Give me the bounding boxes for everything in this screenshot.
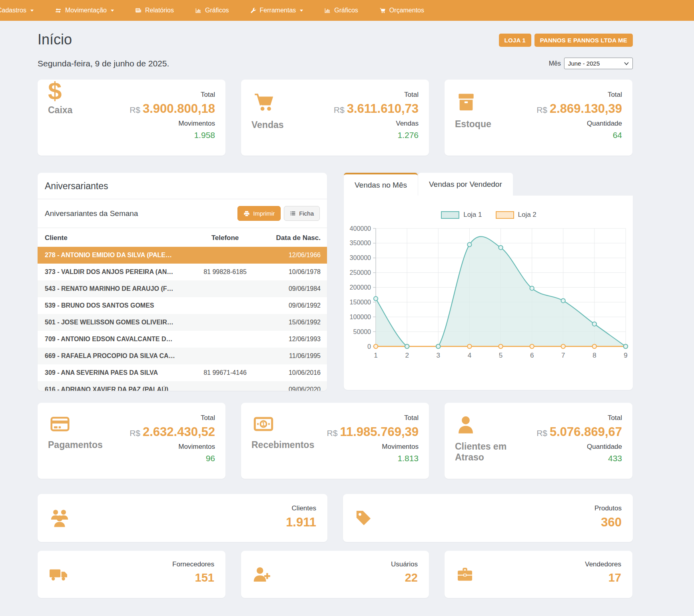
shopping-cart-icon	[251, 91, 276, 114]
nav-ferramentas[interactable]: Ferramentas	[239, 0, 314, 21]
svg-text:50000: 50000	[353, 328, 371, 335]
svg-text:200000: 200000	[350, 284, 371, 291]
legend-label: Loja 2	[518, 211, 536, 219]
table-row[interactable]: 501 - JOSE WELISSON GOMES OLIVEIR…15/06/…	[38, 314, 327, 331]
count-label: Quantidade	[536, 443, 622, 451]
svg-text:0: 0	[367, 343, 371, 350]
nav-cadastros[interactable]: Cadastros	[0, 0, 44, 21]
nav-label: Orçamentos	[389, 7, 424, 14]
svg-text:300000: 300000	[350, 254, 371, 261]
shopping-cart-icon	[379, 7, 386, 14]
summary-value: 151	[172, 571, 214, 584]
table-row[interactable]: 543 - RENATO MARINHO DE ARAUJO (F…09/06/…	[38, 280, 327, 297]
col-telefone: Telefone	[183, 234, 267, 242]
imprimir-button[interactable]: Imprimir	[237, 206, 281, 221]
count-value: 433	[536, 454, 622, 463]
cell-cliente: 543 - RENATO MARINHO DE ARAUJO (F…	[38, 285, 183, 292]
page-title: Início	[38, 31, 72, 48]
currency: R$	[130, 428, 140, 438]
stat-title: Pagamentos	[48, 440, 103, 450]
users-group-icon	[49, 507, 70, 529]
sales-chart-card: Loja 1Loja 2 050000100000150000200000250…	[344, 196, 633, 390]
date-text: Segunda-feira, 9 de junho de 2025.	[38, 59, 169, 68]
nav-relatorios[interactable]: Relatórios	[124, 0, 184, 21]
legend-entry[interactable]: Loja 2	[496, 211, 536, 219]
table-row[interactable]: 278 - ANTONIO EMIDIO DA SILVA (PALE…12/0…	[38, 247, 327, 264]
stat-title: Caixa	[48, 105, 72, 116]
table-row[interactable]: 616 - ADRIANO XAVIER DA PAZ (PALAÚ)09/06…	[38, 381, 327, 391]
printer-icon	[243, 210, 250, 217]
svg-text:7: 7	[561, 352, 565, 359]
month-select[interactable]: June - 2025	[564, 58, 633, 69]
nav-label: Cadastros	[0, 7, 26, 14]
cell-cliente: 278 - ANTONIO EMIDIO DA SILVA (PALE…	[38, 252, 183, 259]
newspaper-icon	[135, 7, 142, 14]
total-label: Total	[536, 91, 622, 99]
briefcase-icon	[456, 565, 474, 584]
panel-subtitle: Aniversariantes da Semana	[45, 209, 138, 218]
col-cliente: Cliente	[38, 234, 183, 242]
caret-down-icon	[300, 10, 303, 12]
cell-data-nasc: 10/06/1978	[267, 268, 327, 276]
stat-title: Vendas	[251, 120, 284, 130]
ficha-label: Ficha	[299, 210, 314, 217]
recebimentos-card: 1 Recebimentos Total R$11.985.769,39 Mov…	[241, 403, 429, 479]
cell-cliente: 709 - ANTONIO EDSON CAVALCANTE D…	[38, 336, 183, 343]
total-value: 11.985.769,39	[340, 425, 419, 439]
svg-text:8: 8	[592, 352, 596, 359]
legend-entry[interactable]: Loja 1	[441, 211, 482, 219]
nav-graficos-2[interactable]: Gráficos	[313, 0, 369, 21]
nav-label: Gráficos	[205, 7, 229, 14]
summary-label: Produtos	[594, 504, 622, 512]
total-label: Total	[130, 414, 215, 422]
store-badge[interactable]: LOJA 1	[499, 34, 531, 47]
summary-label: Clientes	[286, 504, 316, 512]
bar-chart-icon	[195, 7, 202, 14]
table-row[interactable]: 539 - BRUNO DOS SANTOS GOMES09/06/1992	[38, 297, 327, 314]
count-label: Quantidade	[536, 120, 622, 128]
tab-vendas-no-mes[interactable]: Vendas no Mês	[344, 173, 418, 196]
fornecedores-card: Fornecedores 151	[38, 551, 225, 598]
table-header: Cliente Telefone Data de Nasc.	[38, 228, 327, 247]
svg-text:6: 6	[530, 352, 534, 359]
tag-icon	[354, 509, 373, 527]
table-row[interactable]: 309 - ANA SEVERINA PAES DA SILVA81 99671…	[38, 364, 327, 381]
svg-text:150000: 150000	[350, 299, 371, 306]
user-icon	[455, 414, 477, 436]
ficha-button[interactable]: Ficha	[284, 206, 320, 221]
truck-icon	[49, 565, 68, 584]
chart-legend: Loja 1Loja 2	[348, 211, 630, 219]
table-row[interactable]: 373 - VALDIR DOS ANJOS PEREIRA (AN…81 99…	[38, 264, 327, 280]
cell-telefone: 81 99671-4146	[183, 369, 267, 376]
nav-movimentacao[interactable]: Movimentação	[44, 0, 124, 21]
wrench-icon	[250, 7, 257, 14]
stat-title: Clientes em Atraso	[455, 441, 515, 463]
total-label: Total	[334, 91, 419, 99]
cell-telefone: 81 99828-6185	[183, 268, 267, 276]
nav-graficos-1[interactable]: Gráficos	[184, 0, 239, 21]
table-row[interactable]: 709 - ANTONIO EDSON CAVALCANTE D…12/06/1…	[38, 331, 327, 348]
nav-label: Relatórios	[145, 7, 174, 14]
count-value: 1.813	[327, 454, 419, 463]
tab-vendas-por-vendedor[interactable]: Vendas por Vendedor	[418, 173, 513, 196]
panel-title: Aniversariantes	[38, 173, 327, 199]
nav-label: Movimentação	[65, 7, 107, 14]
table-row[interactable]: 669 - RAFAELA PROCOPIO DA SILVA CA…11/06…	[38, 348, 327, 364]
summary-value: 360	[594, 515, 622, 530]
svg-text:400000: 400000	[350, 225, 371, 232]
total-label: Total	[130, 91, 215, 99]
currency: R$	[130, 105, 140, 114]
cell-data-nasc: 10/06/2016	[267, 369, 327, 376]
svg-text:250000: 250000	[350, 269, 371, 276]
svg-text:5: 5	[499, 352, 503, 359]
total-value: 3.611.610,73	[347, 102, 419, 116]
caixa-card: $ Caixa Total R$3.900.800,18 Movimentos …	[38, 80, 225, 156]
svg-text:1: 1	[374, 352, 377, 359]
cell-cliente: 539 - BRUNO DOS SANTOS GOMES	[38, 302, 183, 309]
caret-down-icon	[111, 10, 114, 12]
cell-data-nasc: 12/06/1966	[267, 252, 327, 259]
vendedores-card: Vendedores 17	[445, 551, 632, 598]
company-badge[interactable]: PANNOS E PANNOS LTDA ME	[534, 34, 633, 47]
nav-orcamentos[interactable]: Orçamentos	[369, 0, 435, 21]
exchange-arrows-icon	[54, 7, 62, 14]
